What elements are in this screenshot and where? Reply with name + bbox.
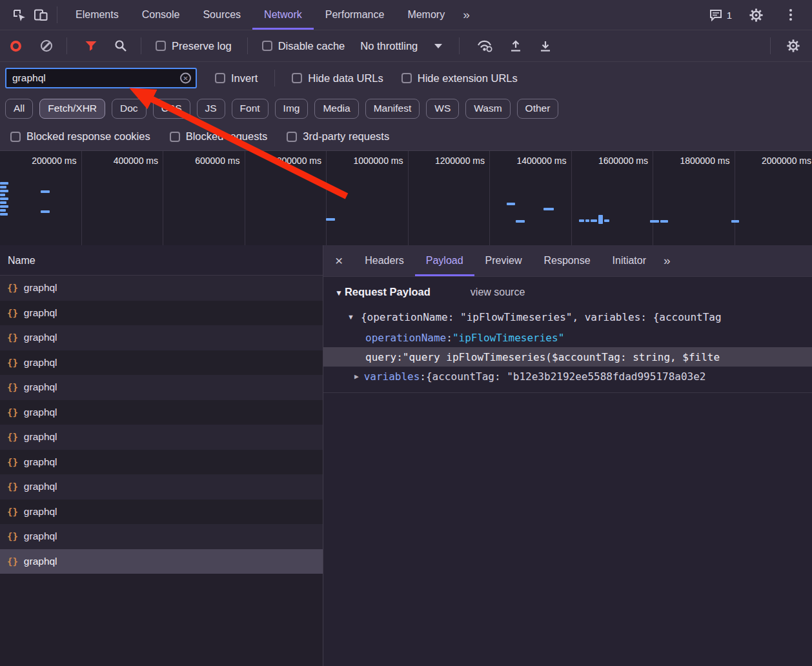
more-panels-chevron-icon[interactable]: » [456,8,476,22]
kebab-menu-icon[interactable] [780,4,802,26]
request-row[interactable]: {}graphql [0,276,323,301]
message-count: 1 [727,10,732,21]
hide-data-urls-checkbox[interactable]: Hide data URLs [292,72,383,85]
more-detail-tabs-chevron-icon[interactable]: » [657,254,677,268]
request-name: graphql [24,456,57,468]
checkbox-box[interactable] [401,73,412,83]
filter-chip-js[interactable]: JS [197,99,225,119]
invert-checkbox[interactable]: Invert [215,72,258,85]
request-row[interactable]: {}graphql [0,400,323,425]
checkbox-3rd-party-requests[interactable]: 3rd-party requests [287,130,389,143]
request-name: graphql [24,381,57,393]
console-messages-button[interactable]: 1 [709,8,732,21]
filter-chip-font[interactable]: Font [232,99,269,119]
tab-network[interactable]: Network [252,0,314,30]
checkbox-box[interactable] [287,132,297,142]
request-row[interactable]: {}graphql [0,350,323,376]
detail-tab-payload[interactable]: Payload [415,245,474,276]
filter-chip-wasm[interactable]: Wasm [465,99,510,119]
detail-tab-initiator[interactable]: Initiator [602,245,657,276]
record-network-log-button[interactable] [10,41,21,52]
checkbox-box[interactable] [170,132,180,142]
network-filter-input[interactable] [6,72,196,84]
request-timing-bar [0,209,6,212]
checkbox-blocked-requests[interactable]: Blocked requests [170,130,268,143]
payload-entry-operationname[interactable]: operationName: "ipFlowTimeseries" [323,328,812,347]
collapse-triangle-icon[interactable]: ▼ [347,313,354,321]
network-settings-gear-icon[interactable] [782,35,804,57]
view-source-link[interactable]: view source [471,287,525,298]
detail-tab-preview[interactable]: Preview [474,245,533,276]
tab-console[interactable]: Console [130,0,192,30]
checkbox-label: Hide extension URLs [418,72,518,85]
close-details-icon[interactable]: × [323,253,354,268]
request-row[interactable]: {}graphql [0,524,323,549]
clear-filter-icon[interactable]: ✕ [180,73,191,84]
request-name: graphql [24,431,57,443]
request-row[interactable]: {}graphql [0,549,323,574]
request-row[interactable]: {}graphql [0,375,323,400]
detail-tab-response[interactable]: Response [533,245,601,276]
request-timing-bar [660,220,668,223]
request-payload-section-header[interactable]: ▼ Request Payload view source [323,286,812,298]
device-toolbar-icon[interactable] [30,4,52,26]
import-har-icon[interactable] [534,35,556,57]
filter-chip-doc[interactable]: Doc [112,99,147,119]
throttling-dropdown[interactable]: No throttling [360,40,442,52]
divider [323,392,812,393]
network-conditions-icon[interactable] [474,35,496,57]
json-request-icon: {} [7,457,18,467]
request-timing-bar [0,190,8,192]
filter-chip-fetch-xhr[interactable]: Fetch/XHR [39,99,105,119]
json-request-icon: {} [7,407,18,418]
filter-chip-other[interactable]: Other [517,99,559,119]
tabbar-right-controls: 1 [709,4,812,26]
tab-performance[interactable]: Performance [314,0,396,30]
request-row[interactable]: {}graphql [0,450,323,475]
hide-extension-urls-checkbox[interactable]: Hide extension URLs [401,72,518,85]
checkbox-box[interactable] [292,73,302,83]
message-bubble-icon [709,8,722,21]
payload-entry-variables[interactable]: ▶variables: {accountTag: "b12e3b2192ee55… [323,367,812,386]
request-row[interactable]: {}graphql [0,500,323,525]
payload-entry-query[interactable]: query: "query ipFlowTimeseries($accountT… [323,347,812,367]
request-row[interactable]: {}graphql [0,301,323,326]
filter-chip-ws[interactable]: WS [426,99,459,119]
request-timing-bar [0,197,8,200]
request-row[interactable]: {}graphql [0,425,323,450]
collapse-triangle-icon[interactable]: ▼ [335,288,343,298]
clear-network-log-icon[interactable] [41,40,52,52]
search-icon[interactable] [110,35,132,57]
export-har-icon[interactable] [505,35,527,57]
network-overview-timeline[interactable]: 200000 ms400000 ms600000 ms800000 ms1000… [0,150,812,245]
separator [459,37,460,54]
filter-funnel-icon[interactable] [80,35,102,57]
disable-cache-checkbox[interactable]: Disable cache [262,40,345,52]
inspect-element-icon[interactable] [8,4,30,26]
detail-tab-headers[interactable]: Headers [354,245,414,276]
checkbox-blocked-response-cookies[interactable]: Blocked response cookies [10,130,150,143]
settings-gear-icon[interactable] [745,4,767,26]
request-list-panel: Name {}graphql{}graphql{}graphql{}graphq… [0,245,323,666]
preserve-log-checkbox[interactable]: Preserve log [156,40,232,52]
tab-sources[interactable]: Sources [191,0,252,30]
tab-memory[interactable]: Memory [396,0,456,30]
request-timing-bar [41,190,50,193]
filter-chip-img[interactable]: Img [275,99,309,119]
filter-chip-manifest[interactable]: Manifest [365,99,420,119]
checkbox-box[interactable] [215,73,225,83]
request-row[interactable]: {}graphql [0,325,323,350]
filter-chip-all[interactable]: All [5,99,33,119]
checkbox-box[interactable] [156,41,166,51]
checkbox-box[interactable] [262,41,272,51]
network-filter-row: ✕ Invert Hide data URLs Hide extension U… [0,62,812,94]
payload-colon: : [396,351,403,363]
payload-root-node[interactable]: ▼ {operationName: "ipFlowTimeseries", va… [323,308,812,325]
request-row[interactable]: {}graphql [0,474,323,500]
tab-elements[interactable]: Elements [64,0,130,30]
expand-arrow-icon[interactable]: ▶ [354,372,359,381]
filter-chip-css[interactable]: CSS [153,99,190,119]
name-column-header[interactable]: Name [0,245,323,276]
filter-chip-media[interactable]: Media [314,99,358,119]
checkbox-box[interactable] [10,132,21,142]
